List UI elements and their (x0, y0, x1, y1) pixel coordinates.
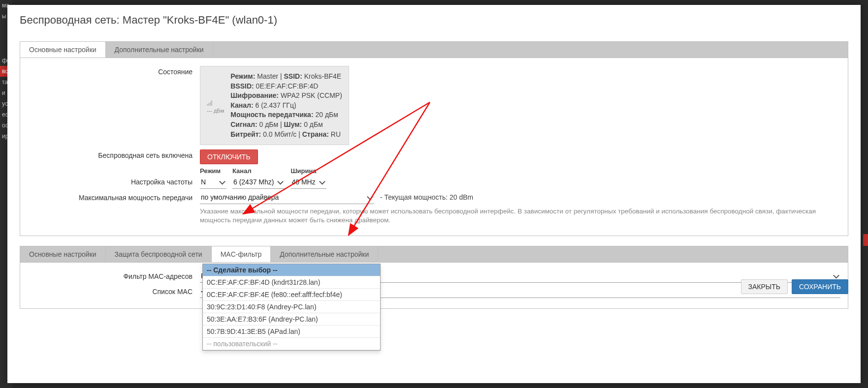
signal-dbm: --- дБм (207, 108, 224, 114)
channel-head: Канал (232, 167, 285, 175)
wireless-enabled-label: Беспроводная сеть включена (28, 149, 200, 159)
txpower-current: - Текущая мощность: 20 dBm (380, 193, 473, 201)
status-label: Состояние (28, 66, 200, 76)
dialog-actions: ЗАКРЫТЬ СОХРАНИТЬ (741, 279, 848, 294)
interface-tabs: Основные настройки Защита беспроводной с… (20, 246, 848, 262)
obscured-right (863, 234, 868, 246)
txpower-help: Указание максимальной мощности передачи,… (200, 207, 840, 225)
mode-head: Режим (200, 167, 226, 175)
maclist-option[interactable]: 50:3E:AA:E7:B3:6F (Andrey-PC.lan) (203, 313, 380, 326)
save-button[interactable]: СОХРАНИТЬ (792, 279, 848, 294)
modal-title: Беспроводная сеть: Мастер "Kroks-BF4E" (… (20, 14, 848, 27)
tab-device-advanced[interactable]: Дополнительные настройки (106, 42, 213, 58)
maclist-option[interactable]: 0C:EF:AF:CF:BF:4D (kndrt31r28.lan) (203, 276, 380, 289)
iface-tab-content: Фильтр MAC-адресов Разрешить только пере… (20, 262, 848, 309)
device-tabs: Основные настройки Дополнительные настро… (20, 41, 848, 58)
txpower-select[interactable]: по умолчанию драйвера (200, 192, 374, 204)
tab-iface-security[interactable]: Защита беспроводной сети (106, 246, 212, 262)
maclist-option[interactable]: -- Сделайте выбор -- (203, 264, 380, 276)
maclist-option-custom[interactable]: -- пользовательский -- (203, 338, 380, 350)
maclist-option[interactable]: 30:9C:23:D1:40:F8 (Andrey-PC.lan) (203, 301, 380, 313)
tab-iface-macfilter[interactable]: MAC-фильтр (212, 246, 271, 262)
macfilter-label: Фильтр MAC-адресов (28, 270, 200, 280)
width-select[interactable]: 40 MHz (290, 177, 326, 189)
txpower-label: Максимальная мощность передачи (28, 192, 200, 202)
tab-iface-advanced[interactable]: Дополнительные настройки (271, 246, 378, 262)
channel-select[interactable]: 6 (2437 Mhz) (232, 177, 285, 189)
signal-bars-icon (207, 96, 214, 101)
device-tab-content: Состояние --- дБм Режим: Master | SSID: … (20, 58, 848, 236)
maclist-dropdown: -- Сделайте выбор -- 0C:EF:AF:CF:BF:4D (… (202, 264, 381, 351)
maclist-option[interactable]: 0C:EF:AF:CF:BF:4E (fe80::eef:afff:fecf:b… (203, 289, 380, 301)
frequency-config-label: Настройка частоты (28, 167, 200, 186)
maclist-label: Список MAC (28, 286, 200, 296)
close-button[interactable]: ЗАКРЫТЬ (741, 279, 788, 294)
maclist-option[interactable]: 50:7B:9D:41:3E:B5 (APad.lan) (203, 326, 380, 338)
status-box: --- дБм Режим: Master | SSID: Kroks-BF4E… (200, 66, 349, 145)
tab-iface-general[interactable]: Основные настройки (20, 246, 106, 262)
mode-select[interactable]: N (200, 177, 226, 189)
tab-device-general[interactable]: Основные настройки (20, 42, 106, 58)
disable-button[interactable]: ОТКЛЮЧИТЬ (200, 149, 258, 164)
width-head: Ширина (290, 167, 326, 175)
wireless-config-modal: Беспроводная сеть: Мастер "Kroks-BF4E" (… (7, 5, 861, 383)
